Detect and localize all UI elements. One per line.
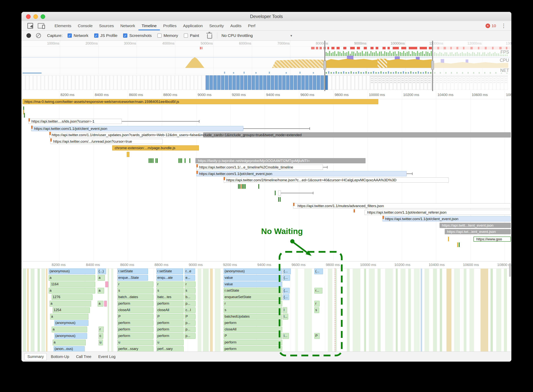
flame-scrollbar-thumb[interactable] (509, 263, 511, 277)
flame-frame[interactable]: s (157, 288, 184, 294)
flame-frame[interactable]: r (157, 281, 184, 287)
flame-frame[interactable]: r... (314, 288, 322, 294)
flame-frame[interactable]: a (98, 275, 105, 281)
event-marker[interactable] (151, 158, 152, 163)
flame-frame[interactable]: p... (185, 333, 195, 339)
flame-frame[interactable]: perform (224, 340, 282, 345)
detail-tab-bottom-up[interactable]: Bottom-Up (48, 353, 72, 360)
flame-frame[interactable]: l... (283, 314, 288, 320)
flame-chart[interactable]: 8200 ms8400 ms8600 ms8800 ms9000 ms9200 … (21, 261, 511, 352)
flame-frame[interactable]: u (117, 340, 153, 345)
event-marker[interactable] (157, 158, 158, 163)
flame-frame[interactable]: r.setState (157, 268, 183, 274)
event-marker[interactable] (241, 184, 242, 189)
flame-frame[interactable]: value (224, 281, 282, 287)
flame-frame[interactable]: a (52, 327, 87, 332)
event-marker[interactable] (239, 184, 240, 189)
event-marker[interactable] (238, 184, 239, 189)
flame-frame[interactable]: closeAll (157, 307, 184, 313)
event-marker[interactable] (189, 158, 190, 163)
flame-frame[interactable] (105, 281, 108, 287)
flame-frame[interactable]: perform (157, 333, 184, 339)
event-marker[interactable] (258, 184, 259, 189)
flame-frame[interactable]: a (53, 340, 86, 345)
flame-frame[interactable]: (anonymous) (49, 268, 95, 274)
flame-frame[interactable]: r (185, 281, 195, 287)
flame-frame[interactable]: s (224, 307, 282, 313)
flame-frame[interactable]: a (98, 288, 104, 294)
flame-frame[interactable]: u (99, 340, 103, 345)
event-marker[interactable] (280, 197, 281, 202)
flame-frame[interactable]: a (98, 301, 103, 307)
flame-frame[interactable]: perform (224, 346, 282, 352)
playhead-marker[interactable] (335, 268, 335, 352)
event-marker[interactable] (180, 158, 181, 163)
flame-frame[interactable]: (... (283, 288, 290, 294)
flame-frame[interactable]: P (185, 314, 195, 320)
flame-frame[interactable]: P (224, 333, 282, 339)
detail-tab-event-log[interactable]: Event Log (95, 353, 118, 360)
event-marker[interactable] (148, 158, 150, 163)
flame-frame[interactable]: a (49, 288, 95, 294)
flame-frame[interactable]: perfor...ssary (117, 346, 153, 352)
flame-frame[interactable]: s (185, 288, 195, 294)
flame-frame[interactable]: enqueueSetState (224, 294, 282, 300)
flame-frame[interactable]: 1276 (52, 294, 92, 300)
flame-frame[interactable]: (... (283, 294, 289, 300)
event-marker[interactable] (242, 184, 243, 189)
flame-frame[interactable]: (anonymous) (54, 320, 88, 326)
flame-frame[interactable]: perform (117, 333, 153, 339)
flame-frame[interactable]: 1254 (53, 307, 90, 313)
flame-frame[interactable]: a (50, 314, 88, 320)
event-marker[interactable] (457, 243, 458, 247)
flame-frame[interactable]: batch...dates (117, 294, 153, 300)
flame-frame[interactable]: c (99, 333, 103, 339)
flame-frame[interactable]: perform (157, 301, 184, 307)
flame-frame[interactable]: e... (185, 275, 195, 281)
flame-frame[interactable]: a (50, 301, 91, 307)
flame-frame[interactable]: (anonymous) (224, 268, 282, 274)
event-marker[interactable] (185, 158, 186, 163)
event-marker[interactable] (275, 191, 276, 195)
event-marker[interactable] (150, 158, 151, 163)
detail-tab-call-tree[interactable]: Call Tree (73, 353, 94, 360)
flame-frame[interactable]: r.setState (224, 288, 282, 294)
flame-frame[interactable]: value (224, 275, 282, 281)
flame-frame[interactable]: P (314, 333, 320, 339)
flame-frame[interactable]: (... (283, 268, 291, 274)
flame-frame[interactable]: (... (314, 268, 323, 274)
flame-frame[interactable]: p... (185, 301, 195, 307)
flame-frame[interactable]: p... (185, 327, 195, 332)
flame-frame[interactable] (104, 301, 107, 307)
flame-frame[interactable]: r (117, 281, 153, 287)
event-marker[interactable] (178, 158, 179, 163)
flame-frame[interactable]: s (117, 288, 153, 294)
flame-frame[interactable]: l (283, 307, 287, 313)
flame-frame[interactable]: batc...tes (157, 294, 184, 300)
flame-frame[interactable]: (anon...ous) (54, 346, 85, 352)
flame-frame[interactable]: enque...State (117, 275, 148, 281)
flame-frame[interactable]: batchedUpdates (224, 314, 282, 320)
event-marker[interactable] (24, 113, 25, 118)
flame-frame[interactable]: s (314, 307, 319, 313)
event-marker[interactable] (278, 197, 279, 202)
event-marker[interactable] (243, 184, 244, 189)
flame-frame[interactable]: closeAll (224, 327, 282, 332)
flame-frame[interactable]: perform (117, 301, 153, 307)
event-marker[interactable] (152, 158, 153, 163)
flame-frame[interactable]: P (157, 314, 184, 320)
flame-frame[interactable]: p... (185, 320, 195, 326)
flame-frame[interactable]: l... (283, 333, 289, 339)
flame-frame[interactable]: perform (224, 320, 282, 326)
flame-frame[interactable]: u (157, 340, 184, 345)
event-marker[interactable] (155, 158, 157, 163)
flame-frame[interactable]: perform (157, 327, 184, 332)
flame-frame[interactable]: perform (117, 327, 153, 332)
flame-frame[interactable]: b... (185, 294, 195, 300)
event-marker[interactable] (448, 237, 449, 241)
network-request-bar[interactable] (127, 152, 129, 157)
flame-frame[interactable]: r (224, 301, 282, 307)
flame-frame[interactable]: closeAll (117, 307, 153, 313)
event-marker[interactable] (245, 184, 246, 189)
flame-frame[interactable]: perform (117, 320, 153, 326)
